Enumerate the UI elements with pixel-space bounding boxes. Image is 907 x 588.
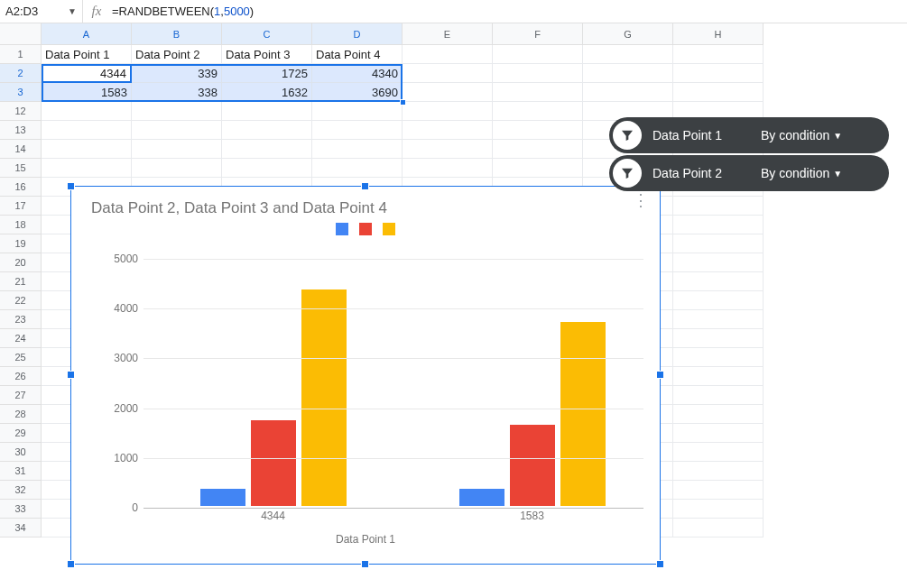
cell-A13[interactable] — [42, 121, 132, 140]
cell-H34[interactable] — [673, 519, 764, 537]
row-header-34[interactable]: 34 — [0, 519, 42, 537]
col-header-F[interactable]: F — [493, 23, 583, 45]
cell-H32[interactable] — [673, 481, 764, 500]
bar-1583-Data-Point-4[interactable] — [560, 322, 606, 506]
col-header-C[interactable]: C — [222, 23, 312, 45]
cell-H17[interactable] — [673, 197, 764, 216]
slicer-data-point-1[interactable]: Data Point 1 By condition ▼ — [609, 117, 889, 153]
select-all-corner[interactable] — [0, 23, 42, 45]
funnel-icon[interactable] — [613, 121, 642, 150]
row-header-30[interactable]: 30 — [0, 443, 42, 462]
cell-H22[interactable] — [673, 291, 764, 310]
col-header-H[interactable]: H — [673, 23, 764, 45]
cell-B14[interactable] — [132, 140, 222, 159]
bar-1583-Data-Point-2[interactable] — [459, 489, 504, 506]
cell-H29[interactable] — [673, 424, 764, 443]
cell-E2[interactable] — [403, 64, 493, 83]
col-header-G[interactable]: G — [583, 23, 673, 45]
slicer-condition[interactable]: By condition ▼ — [761, 166, 842, 180]
legend-swatch-blue[interactable] — [336, 223, 348, 235]
cell-H1[interactable] — [673, 45, 764, 64]
cell-D1[interactable]: Data Point 4 — [312, 45, 403, 64]
row-header-28[interactable]: 28 — [0, 405, 42, 424]
row-header-1[interactable]: 1 — [0, 45, 42, 64]
bar-4344-Data-Point-2[interactable] — [200, 489, 245, 506]
row-header-27[interactable]: 27 — [0, 386, 42, 405]
cell-F13[interactable] — [493, 121, 583, 140]
cell-F2[interactable] — [493, 64, 583, 83]
row-header-16[interactable]: 16 — [0, 178, 42, 197]
cell-H25[interactable] — [673, 348, 764, 367]
cell-A12[interactable] — [42, 102, 132, 121]
row-header-2[interactable]: 2 — [0, 64, 42, 83]
cell-B3[interactable]: 338 — [132, 83, 222, 102]
chart-menu-icon[interactable]: ⋮ — [633, 198, 649, 203]
cell-H26[interactable] — [673, 367, 764, 386]
cell-H30[interactable] — [673, 443, 764, 462]
row-header-15[interactable]: 15 — [0, 159, 42, 178]
name-box-dropdown-icon[interactable]: ▼ — [68, 6, 77, 16]
formula-input[interactable]: =RANDBETWEEN(1,5000) — [110, 5, 907, 18]
row-header-32[interactable]: 32 — [0, 481, 42, 500]
cell-H19[interactable] — [673, 234, 764, 253]
cell-F15[interactable] — [493, 159, 583, 178]
cell-H28[interactable] — [673, 405, 764, 424]
row-header-22[interactable]: 22 — [0, 291, 42, 310]
cell-E15[interactable] — [403, 159, 493, 178]
col-header-A[interactable]: A — [42, 23, 132, 45]
cell-H23[interactable] — [673, 310, 764, 329]
cell-F12[interactable] — [493, 102, 583, 121]
cell-C3[interactable]: 1632 — [222, 83, 312, 102]
chart-resize-n[interactable] — [361, 182, 369, 190]
row-header-25[interactable]: 25 — [0, 348, 42, 367]
chart-resize-sw[interactable] — [67, 560, 75, 568]
name-box[interactable]: A2:D3 ▼ — [0, 0, 83, 23]
row-header-20[interactable]: 20 — [0, 253, 42, 272]
cell-B15[interactable] — [132, 159, 222, 178]
cell-C2[interactable]: 1725 — [222, 64, 312, 83]
legend-swatch-yellow[interactable] — [383, 223, 395, 235]
cell-A3[interactable]: 1583 — [42, 83, 132, 102]
cell-H21[interactable] — [673, 272, 764, 291]
cell-C13[interactable] — [222, 121, 312, 140]
cell-C15[interactable] — [222, 159, 312, 178]
cell-H31[interactable] — [673, 462, 764, 481]
chart-title[interactable]: Data Point 2, Data Point 3 and Data Poin… — [91, 199, 652, 217]
col-header-E[interactable]: E — [403, 23, 493, 45]
cell-A15[interactable] — [42, 159, 132, 178]
row-header-19[interactable]: 19 — [0, 234, 42, 253]
cell-B13[interactable] — [132, 121, 222, 140]
cell-A2[interactable]: 4344 — [42, 64, 132, 83]
cell-F14[interactable] — [493, 140, 583, 159]
row-header-13[interactable]: 13 — [0, 121, 42, 140]
selection-handle[interactable] — [400, 99, 406, 106]
chart-resize-nw[interactable] — [67, 182, 75, 190]
bar-1583-Data-Point-3[interactable] — [510, 425, 555, 506]
cell-B12[interactable] — [132, 102, 222, 121]
cell-F1[interactable] — [493, 45, 583, 64]
cell-H3[interactable] — [673, 83, 764, 102]
col-header-B[interactable]: B — [132, 23, 222, 45]
cell-H33[interactable] — [673, 500, 764, 519]
cell-E13[interactable] — [403, 121, 493, 140]
cell-D14[interactable] — [312, 140, 403, 159]
cell-F3[interactable] — [493, 83, 583, 102]
chart-resize-se[interactable] — [656, 560, 664, 568]
slicer-data-point-2[interactable]: Data Point 2 By condition ▼ — [609, 155, 889, 191]
cell-H2[interactable] — [673, 64, 764, 83]
row-header-17[interactable]: 17 — [0, 197, 42, 216]
col-header-D[interactable]: D — [312, 23, 403, 45]
cell-E3[interactable] — [403, 83, 493, 102]
chart-resize-s[interactable] — [361, 560, 369, 568]
row-header-23[interactable]: 23 — [0, 310, 42, 329]
chart-resize-w[interactable] — [67, 371, 75, 379]
row-header-33[interactable]: 33 — [0, 500, 42, 519]
cell-G3[interactable] — [583, 83, 673, 102]
cell-A1[interactable]: Data Point 1 — [42, 45, 132, 64]
cell-H24[interactable] — [673, 329, 764, 348]
legend-swatch-red[interactable] — [359, 223, 372, 235]
cell-C1[interactable]: Data Point 3 — [222, 45, 312, 64]
cell-G2[interactable] — [583, 64, 673, 83]
cell-H18[interactable] — [673, 216, 764, 234]
cell-H20[interactable] — [673, 253, 764, 272]
